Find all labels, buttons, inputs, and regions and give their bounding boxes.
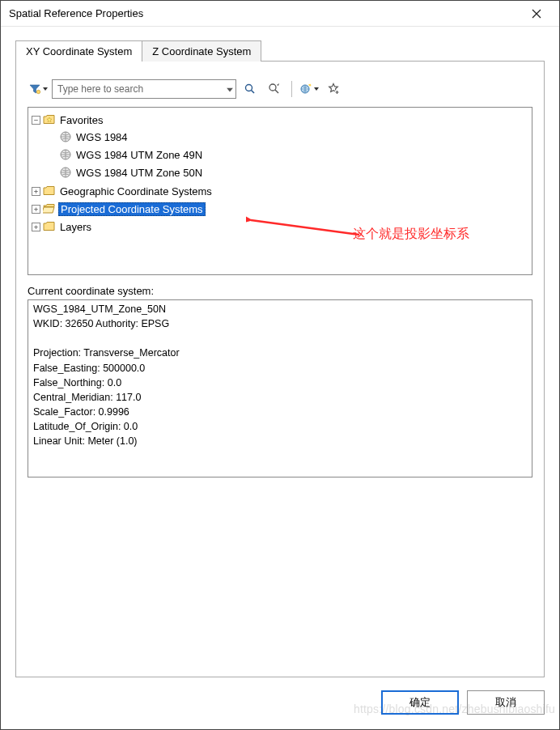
expander-plus-icon[interactable]: + [32, 187, 40, 196]
svg-point-0 [36, 90, 40, 93]
locate-icon [268, 83, 281, 95]
tree-node-crs[interactable]: WGS 1984 [46, 129, 530, 145]
tree-node-crs[interactable]: WGS 1984 UTM Zone 49N [46, 146, 530, 163]
svg-point-3 [269, 84, 276, 91]
tree-label: WGS 1984 UTM Zone 49N [74, 149, 204, 161]
search-input[interactable] [52, 79, 236, 99]
chevron-down-icon [314, 87, 319, 91]
folder-open-icon [43, 202, 56, 215]
crs-tree[interactable]: − Favorites [28, 107, 532, 275]
folder-icon [43, 220, 56, 233]
globe-new-icon [299, 83, 312, 95]
tabstrip: XY Coordinate System Z Coordinate System [15, 38, 545, 61]
tree-label: Geographic Coordinate Systems [58, 185, 214, 197]
dialog-window: Spatial Reference Properties XY Coordina… [0, 0, 560, 730]
tree-label: WGS 1984 [74, 131, 129, 143]
svg-point-1 [246, 85, 252, 91]
tree-label: Favorites [58, 114, 104, 126]
globe-icon [59, 130, 72, 143]
search-button[interactable] [240, 79, 261, 99]
expander-plus-icon[interactable]: + [32, 205, 40, 214]
search-field-wrap [52, 79, 236, 99]
titlebar: Spatial Reference Properties [1, 1, 559, 27]
tree-label-selected: Projected Coordinate Systems [58, 202, 206, 216]
current-crs-label: Current coordinate system: [28, 285, 532, 297]
close-icon [532, 9, 541, 19]
current-crs-textbox[interactable]: WGS_1984_UTM_Zone_50N WKID: 32650 Author… [28, 299, 532, 477]
dialog-button-row: 确定 取消 [1, 685, 559, 729]
globe-icon [59, 166, 72, 179]
favorites-folder-icon [43, 113, 56, 126]
cancel-button[interactable]: 取消 [467, 690, 545, 715]
toolbar-separator [291, 81, 292, 97]
globe-icon [59, 148, 72, 161]
tree-node-favorites[interactable]: − Favorites [32, 112, 530, 128]
tree-label: Layers [58, 221, 93, 233]
new-crs-button[interactable] [299, 79, 320, 99]
tree-node-crs[interactable]: WGS 1984 UTM Zone 50N [46, 164, 530, 180]
tree-label: WGS 1984 UTM Zone 50N [74, 167, 204, 179]
star-add-icon [327, 83, 340, 95]
annotation-text: 这个就是投影坐标系 [353, 226, 469, 243]
toolbar [28, 79, 532, 99]
tree-node-pcs[interactable]: + Projected Coordinate Systems [32, 201, 530, 217]
close-button[interactable] [520, 2, 553, 25]
filter-button[interactable] [28, 79, 49, 99]
svg-line-2 [252, 91, 255, 94]
content-area: XY Coordinate System Z Coordinate System [1, 27, 559, 685]
tab-z-coordinate-system[interactable]: Z Coordinate System [142, 40, 261, 62]
expander-plus-icon[interactable]: + [32, 223, 40, 231]
svg-line-4 [275, 90, 278, 93]
magnifier-icon [244, 83, 257, 95]
tab-xy-coordinate-system[interactable]: XY Coordinate System [15, 40, 142, 62]
filter-icon [28, 83, 41, 95]
folder-icon [43, 185, 56, 197]
locate-button[interactable] [264, 79, 285, 99]
expander-minus-icon[interactable]: − [32, 116, 40, 125]
tab-panel-xy: − Favorites [15, 61, 545, 677]
tree-node-gcs[interactable]: + Geographic Coordinate Systems [32, 183, 530, 199]
window-title: Spatial Reference Properties [9, 7, 520, 19]
add-favorite-button[interactable] [323, 79, 344, 99]
chevron-down-icon [43, 87, 48, 91]
ok-button[interactable]: 确定 [381, 690, 459, 715]
